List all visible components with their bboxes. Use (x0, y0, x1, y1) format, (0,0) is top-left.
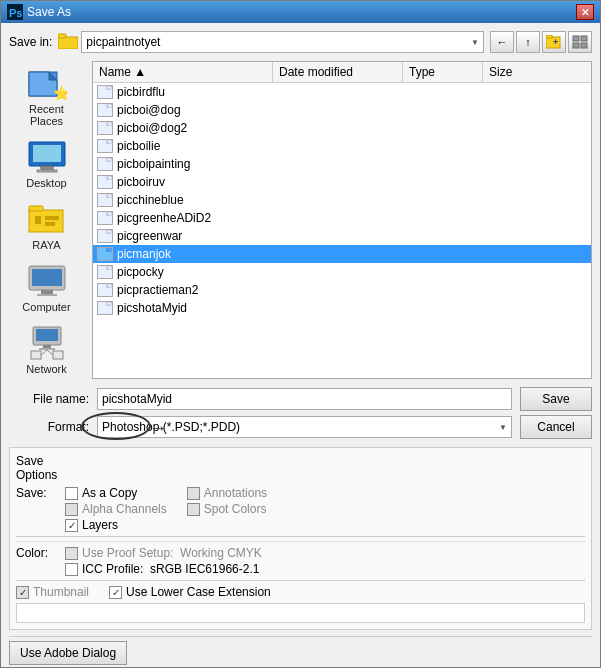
layers-checkbox[interactable] (65, 519, 78, 532)
list-item[interactable]: picboipainting (93, 155, 591, 173)
svg-rect-2 (58, 37, 78, 49)
options-save-row: Save Options (16, 454, 585, 482)
annotations-row: Annotations (187, 486, 289, 500)
cancel-button[interactable]: Cancel (520, 415, 592, 439)
svg-rect-8 (581, 36, 587, 41)
svg-rect-3 (58, 34, 66, 38)
spot-colors-checkbox[interactable] (187, 503, 200, 516)
dialog-body: Save in: picpaintnotyet ▼ ← ↑ (1, 23, 600, 668)
lowercase-checkbox[interactable] (109, 586, 122, 599)
svg-text:Ps: Ps (9, 7, 22, 19)
svg-text:⭐: ⭐ (53, 85, 67, 100)
divider2 (16, 580, 585, 581)
save-in-row: Save in: picpaintnotyet ▼ ← ↑ (9, 31, 592, 53)
list-item[interactable]: picpocky (93, 263, 591, 281)
sidebar-item-desktop[interactable]: Desktop (13, 135, 81, 193)
column-name[interactable]: Name ▲ (93, 62, 273, 82)
file-name: picgreenwar (117, 229, 587, 243)
layers-row: Layers (65, 518, 167, 532)
format-label: Format: (9, 420, 89, 434)
save-in-dropdown[interactable]: picpaintnotyet ▼ (81, 31, 484, 53)
format-dropdown-arrow-icon: ▼ (499, 423, 507, 432)
list-item[interactable]: picpractieman2 (93, 281, 591, 299)
list-item[interactable]: picgreenwar (93, 227, 591, 245)
icc-profile-label: ICC Profile: sRGB IEC61966-2.1 (82, 562, 259, 576)
file-name: picboi@dog (117, 103, 587, 117)
back-button[interactable]: ← (490, 31, 514, 53)
as-a-copy-label: As a Copy (82, 486, 137, 500)
left-nav: ⭐ Recent Places Desktop (9, 61, 84, 379)
list-item[interactable]: picchineblue (93, 191, 591, 209)
sidebar-item-recent-places-label: Recent Places (15, 103, 79, 127)
thumbnail-label: Thumbnail (33, 585, 89, 599)
use-adobe-dialog-button[interactable]: Use Adobe Dialog (9, 641, 127, 665)
sidebar-item-network-label: Network (26, 363, 66, 375)
ps-icon: Ps (7, 4, 23, 20)
file-name: picgreenheADiD2 (117, 211, 587, 225)
list-item[interactable]: picgreenheADiD2 (93, 209, 591, 227)
sidebar-item-recent-places[interactable]: ⭐ Recent Places (13, 61, 81, 131)
file-list: Name ▲ Date modified Type Size (92, 61, 592, 379)
file-name-row: File name: Save (9, 387, 592, 411)
svg-rect-22 (45, 216, 59, 220)
list-item[interactable]: picboilie (93, 137, 591, 155)
lowercase-label: Use Lower Case Extension (126, 585, 271, 599)
file-icon (97, 103, 113, 117)
column-type[interactable]: Type (403, 62, 483, 82)
column-size[interactable]: Size (483, 62, 543, 82)
bottom-section: File name: Save Format: Photoshop (*.PSD… (9, 387, 592, 630)
column-date-label: Date modified (279, 65, 353, 79)
sidebar-item-network[interactable]: Network (13, 321, 81, 379)
file-name: picpractieman2 (117, 283, 587, 297)
color-label: Color: (16, 546, 61, 560)
list-item[interactable]: picshotaMyid (93, 299, 591, 317)
file-list-header: Name ▲ Date modified Type Size (93, 62, 591, 83)
save-buttons: Save (520, 387, 592, 411)
annotations-checkbox[interactable] (187, 487, 200, 500)
icc-profile-checkbox[interactable] (65, 563, 78, 576)
list-item[interactable]: picboiruv (93, 173, 591, 191)
save-button[interactable]: Save (520, 387, 592, 411)
sidebar-item-raya[interactable]: RAYA (13, 197, 81, 255)
list-item[interactable]: picboi@dog (93, 101, 591, 119)
use-proof-setup-row: Use Proof Setup: Working CMYK (65, 546, 262, 560)
views-button[interactable] (568, 31, 592, 53)
use-proof-setup-checkbox[interactable] (65, 547, 78, 560)
checkboxes-grid: As a Copy Annotations Alpha Channels (65, 486, 288, 532)
list-item[interactable]: picboi@dog2 (93, 119, 591, 137)
spot-colors-label: Spot Colors (204, 502, 267, 516)
new-folder-button[interactable]: + (542, 31, 566, 53)
layers-label: Layers (82, 518, 118, 532)
file-name-input[interactable] (97, 388, 512, 410)
close-button[interactable]: ✕ (576, 4, 594, 20)
column-date-modified[interactable]: Date modified (273, 62, 403, 82)
format-row: Format: Photoshop (*.PSD;*.PDD) ▼ Cancel… (9, 415, 592, 439)
sidebar-item-computer[interactable]: Computer (13, 259, 81, 317)
sidebar-item-raya-label: RAYA (32, 239, 60, 251)
svg-rect-25 (32, 269, 62, 286)
file-icon (97, 247, 113, 261)
alpha-channels-checkbox[interactable] (65, 503, 78, 516)
list-item[interactable]: picbirdflu (93, 83, 591, 101)
as-a-copy-checkbox[interactable] (65, 487, 78, 500)
file-icon (97, 283, 113, 297)
svg-rect-10 (581, 43, 587, 48)
thumbnail-checkbox[interactable] (16, 586, 29, 599)
recent-places-icon: ⭐ (27, 65, 67, 101)
icc-profile-row: ICC Profile: sRGB IEC61966-2.1 (65, 562, 262, 576)
window-controls: ✕ (576, 4, 594, 20)
svg-rect-32 (31, 351, 41, 359)
color-options: Use Proof Setup: Working CMYK ICC Profil… (65, 546, 262, 576)
file-name: picchineblue (117, 193, 587, 207)
up-button[interactable]: ↑ (516, 31, 540, 53)
file-icon (97, 193, 113, 207)
dropdown-arrow-icon: ▼ (471, 38, 479, 47)
file-name: picbirdflu (117, 85, 587, 99)
file-icon (97, 85, 113, 99)
list-item[interactable]: picmanjok (93, 245, 591, 263)
svg-rect-27 (37, 294, 57, 296)
file-name-label: File name: (9, 392, 89, 406)
sidebar-item-computer-label: Computer (22, 301, 70, 313)
format-dropdown[interactable]: Photoshop (*.PSD;*.PDD) ▼ (97, 416, 512, 438)
cancel-button-container: Cancel (520, 415, 592, 439)
